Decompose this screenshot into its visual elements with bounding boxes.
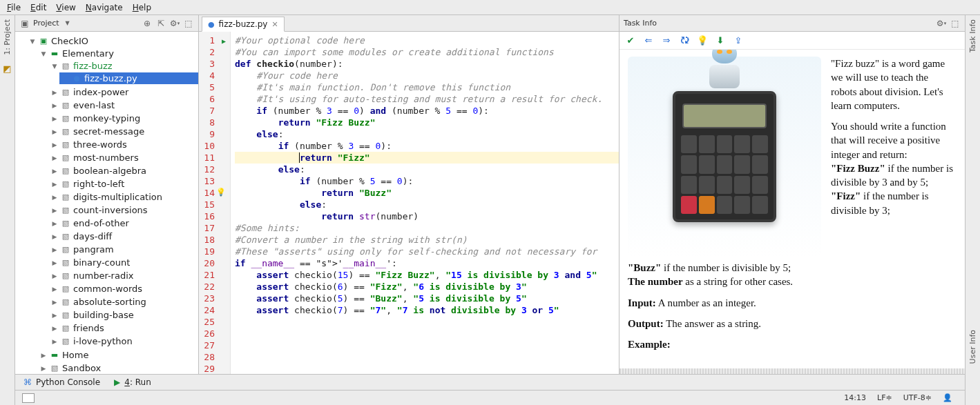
tree-elementary[interactable]: ▼▬ Elementary (37, 48, 198, 59)
python-console-button[interactable]: ⌘ Python Console (23, 377, 100, 387)
gear-icon[interactable]: ⚙▾ (936, 18, 947, 29)
tree-item[interactable]: ▶▧end-of-other (48, 217, 198, 229)
tree-item[interactable]: ▶▧right-to-left (48, 178, 198, 190)
tree-item[interactable]: ▶▧most-numbers (48, 152, 198, 164)
tree-item[interactable]: ▶▧secret-message (48, 126, 198, 137)
tree-item[interactable]: ▶▧count-inversions (48, 204, 198, 216)
project-view-icon[interactable]: ▣ (19, 18, 30, 29)
task-input: Input: A number as an integer. (628, 296, 957, 310)
hide-icon[interactable]: ⬚ (950, 18, 961, 29)
tree-item-label: count-inversions (73, 205, 148, 215)
tree-item-label: secret-message (73, 126, 144, 137)
tree-item-label: number-radix (73, 270, 133, 281)
hide-icon[interactable]: ⬚ (183, 18, 194, 29)
right-tab-taskinfo[interactable]: Task Info (968, 19, 977, 52)
dropdown-icon[interactable]: ▼ (62, 18, 73, 29)
menu-file[interactable]: File (7, 3, 21, 12)
tree-item-label: friends (73, 323, 104, 333)
task-scrollbar[interactable] (619, 368, 965, 374)
task-example: Example: (628, 337, 957, 351)
tree-item-label: pangram (73, 244, 114, 255)
tree-item[interactable]: ▶▧pangram (48, 244, 198, 255)
tree-item[interactable]: ▶▧number-radix (48, 270, 198, 281)
gear-icon[interactable]: ⚙▾ (169, 18, 180, 29)
tree-item[interactable]: ▶▧absolute-sorting (48, 296, 198, 308)
tree-item[interactable]: ▶▧friends (48, 322, 198, 334)
editor-area: ● fizz-buzz.py ✕ 1▶234567891011121314💡15… (199, 15, 619, 374)
tree-item[interactable]: ▶▧days-diff (48, 230, 198, 242)
tree-fizzbuzz-file[interactable]: ▶● fizz-buzz.py (59, 72, 198, 84)
menu-help[interactable]: Help (133, 3, 151, 12)
tree-item[interactable]: ▶▧common-words (48, 283, 198, 295)
python-file-icon: ● (208, 20, 215, 29)
download-icon[interactable]: ⬇ (715, 35, 726, 46)
tree-item[interactable]: ▶▧digits-multiplication (48, 191, 198, 203)
left-tab-project[interactable]: 1: Project (3, 19, 12, 55)
right-tab-userinfo[interactable]: User Info (968, 330, 977, 364)
folder-icon: ▧ (61, 337, 70, 346)
tree-item-label: digits-multiplication (73, 192, 162, 202)
folder-icon: ▧ (61, 297, 70, 307)
tree-item-label: even-last (73, 100, 115, 110)
menu-edit[interactable]: Edit (30, 3, 46, 12)
tree-home[interactable]: ▶▬ Home (37, 349, 198, 361)
task-description[interactable]: "Fizz buzz" is a word game we will use t… (619, 50, 965, 368)
tree-fizzbuzz-dir[interactable]: ▼▧ fizz-buzz (48, 60, 198, 72)
project-icon: ▣ (39, 37, 48, 46)
project-tree[interactable]: ▼▣ CheckIO ▼▬ Elementary (15, 32, 198, 374)
collapse-icon[interactable]: ⇱ (155, 18, 166, 29)
refresh-icon[interactable]: 🗘 (679, 35, 690, 46)
tree-item[interactable]: ▶▧binary-count (48, 257, 198, 268)
tree-item-label: absolute-sorting (73, 297, 146, 307)
tree-item[interactable]: ▶▧i-love-python (48, 335, 198, 347)
editor-body[interactable]: 1▶234567891011121314💡1516171819202122232… (199, 32, 619, 374)
line-ending[interactable]: LF≑ (872, 393, 898, 402)
tree-item[interactable]: ▶▧three-words (48, 139, 198, 150)
tree-item-label: fizz-buzz (73, 61, 113, 71)
right-tool-strip: Task Info User Info (965, 15, 980, 405)
inspector-icon[interactable]: 👤 (937, 393, 958, 402)
folder-icon: ▧ (61, 284, 70, 294)
tree-item-label: Sandbox (62, 363, 101, 373)
robot-icon (700, 50, 749, 91)
project-panel-title: Project (33, 19, 59, 28)
status-messages-icon[interactable] (22, 393, 35, 403)
close-icon[interactable]: ✕ (271, 20, 278, 29)
tree-item[interactable]: ▶▧monkey-typing (48, 112, 198, 124)
task-illustration (628, 57, 821, 257)
next-icon[interactable]: ⇒ (661, 35, 672, 46)
task-panel-title: Task Info (624, 19, 657, 28)
bulb-icon[interactable]: 💡 (697, 35, 708, 46)
tree-item[interactable]: ▶▧building-base (48, 309, 198, 321)
task-toolbar: ✔ ⇐ ⇒ 🗘 💡 ⬇ ⇪ (619, 32, 965, 50)
publish-icon[interactable]: ⇪ (733, 35, 744, 46)
tree-item-label: monkey-typing (73, 113, 140, 124)
project-panel: ▣ Project ▼ ⊕ ⇱ ⚙▾ ⬚ ▼▣ CheckIO (15, 15, 199, 374)
tree-item[interactable]: ▶▧index-power (48, 86, 198, 98)
task-output: Output: The answer as a string. (628, 317, 957, 330)
tree-item[interactable]: ▶▧even-last (48, 99, 198, 111)
tree-sandbox[interactable]: ▶▧ Sandbox (37, 362, 198, 374)
tree-item-label: days-diff (73, 231, 112, 241)
editor-code[interactable]: #Your optional code here#You can import … (231, 32, 619, 374)
play-icon: ▶ (114, 377, 120, 387)
folder-icon: ▧ (61, 61, 70, 71)
structure-icon[interactable]: ◩ (3, 63, 11, 74)
check-icon[interactable]: ✔ (625, 35, 636, 46)
folder-icon: ▧ (61, 258, 70, 268)
menu-view[interactable]: View (56, 3, 75, 12)
tree-item-label: Elementary (62, 48, 114, 59)
tree-root[interactable]: ▼▣ CheckIO (26, 35, 198, 47)
folder-icon: ▬ (50, 350, 59, 360)
tree-item-label: Home (62, 350, 88, 360)
prev-icon[interactable]: ⇐ (643, 35, 654, 46)
folder-icon: ▧ (61, 271, 70, 281)
file-encoding[interactable]: UTF-8≑ (898, 393, 937, 402)
editor-tab-fizzbuzz[interactable]: ● fizz-buzz.py ✕ (202, 17, 285, 32)
tree-item-label: right-to-left (73, 179, 124, 189)
caret-position[interactable]: 14:13 (838, 393, 872, 402)
menu-navigate[interactable]: Navigate (86, 3, 123, 12)
locate-icon[interactable]: ⊕ (142, 18, 153, 29)
run-button[interactable]: ▶ 4: Run (114, 377, 151, 387)
tree-item[interactable]: ▶▧boolean-algebra (48, 165, 198, 177)
